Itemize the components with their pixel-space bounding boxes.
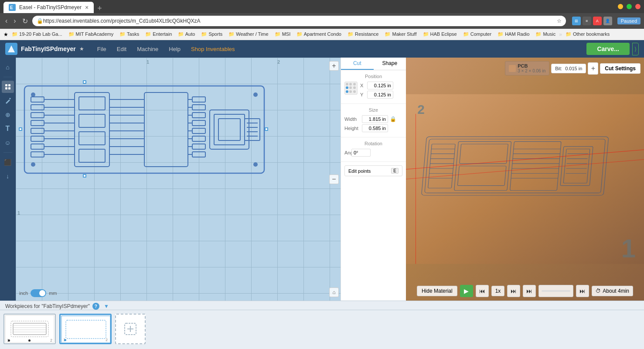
anchor-mm[interactable] — [349, 86, 352, 89]
cut-settings-button[interactable]: Cut Settings — [600, 63, 641, 74]
tab-cut[interactable]: Cut — [341, 58, 374, 70]
y-input[interactable] — [367, 91, 393, 99]
bm-mit[interactable]: 📁 MIT FabAcademy — [66, 31, 116, 38]
bm-ham[interactable]: 📁 HAM Radio — [495, 31, 532, 38]
fast-forward-button[interactable]: ⏭ — [507, 285, 520, 297]
maximize-button[interactable] — [627, 4, 632, 9]
bm-sports[interactable]: 📁 Sports — [198, 31, 225, 38]
anchor-selector[interactable] — [344, 82, 358, 95]
anchor-mr[interactable] — [353, 86, 356, 89]
progress-bar[interactable] — [538, 285, 573, 297]
workpiece-item-1[interactable]: 12 — [3, 314, 56, 344]
anchor-ml[interactable] — [346, 86, 348, 89]
workpiece-item-2[interactable]: 12 — [59, 314, 112, 344]
tool-text[interactable]: T — [2, 123, 14, 135]
bit-add-button[interactable]: + — [588, 62, 598, 75]
tool-pen[interactable] — [2, 95, 14, 107]
toolbar-separator-1 — [3, 77, 12, 77]
bm-maker[interactable]: 📁 Maker Stuff — [382, 31, 419, 38]
address-bar[interactable]: 🔒 https://easel.inventables.com/projects… — [32, 16, 566, 26]
add-workpiece-button[interactable] — [115, 314, 146, 344]
svg-rect-6 — [5, 87, 7, 89]
tool-emoji[interactable]: ☺ — [2, 137, 14, 149]
angle-input[interactable] — [351, 149, 371, 157]
tool-home[interactable]: ⌂ — [2, 61, 14, 73]
favorite-star-icon[interactable]: ★ — [79, 46, 84, 52]
carve-button[interactable]: Carve... — [586, 43, 630, 55]
minimize-button[interactable] — [618, 4, 623, 9]
menu-edit[interactable]: Edit — [112, 44, 131, 54]
bm-auto[interactable]: 📁 Auto — [175, 31, 198, 38]
bm-apartment[interactable]: 📁 Apartment Condo — [294, 31, 344, 38]
units-toggle-switch[interactable] — [31, 289, 46, 297]
zoom-out-btn[interactable]: − — [329, 174, 339, 184]
panel-tab-bar: Cut Shape — [341, 58, 406, 70]
anchor-bm[interactable] — [349, 90, 352, 93]
height-input[interactable] — [362, 124, 388, 132]
bm-resistance[interactable]: 📁 Resistance — [345, 31, 381, 38]
canvas-area[interactable]: 1 2 1 1 2 — [16, 58, 341, 301]
tool-select[interactable] — [2, 81, 14, 93]
selection-handle-top[interactable] — [83, 80, 86, 84]
forward-button[interactable]: › — [12, 16, 17, 26]
new-tab-button[interactable]: + — [94, 4, 106, 13]
tool-3d[interactable]: ⬛ — [2, 156, 14, 168]
hide-material-button[interactable]: Hide Material — [417, 286, 457, 296]
tab-title: Easel - FabTinyISPdmeyer — [19, 4, 82, 10]
edit-points-label: Edit points — [348, 168, 371, 174]
anchor-br[interactable] — [353, 90, 356, 93]
preview-3d-area: PCB 3 × 2 × 0.06 in Bit: 0.015 in + Cut … — [406, 58, 644, 301]
selection-handle-right[interactable] — [265, 127, 268, 131]
bm-music[interactable]: 📁 Music — [533, 31, 558, 38]
position-title: Position — [344, 74, 402, 79]
bm-msi[interactable]: 📁 MSI — [272, 31, 293, 38]
skip-end-button[interactable]: ⏭ — [523, 285, 536, 297]
aspect-lock-icon[interactable]: 🔒 — [390, 116, 396, 122]
back-button[interactable]: ‹ — [3, 16, 9, 26]
bm-entertain[interactable]: 📁 Entertain — [143, 31, 174, 38]
end-button[interactable]: ⏭ — [576, 285, 589, 297]
svg-rect-25 — [75, 92, 109, 167]
menu-file[interactable]: File — [93, 44, 111, 54]
zoom-in-btn[interactable]: + — [329, 61, 339, 71]
svg-rect-46 — [192, 152, 205, 157]
rewind-button[interactable]: ⏮ — [476, 285, 489, 297]
tab-shape[interactable]: Shape — [374, 58, 406, 70]
svg-rect-5 — [8, 84, 10, 86]
anchor-tl[interactable] — [346, 83, 348, 86]
menu-help[interactable]: Help — [164, 44, 185, 54]
x-input[interactable] — [367, 82, 393, 89]
anchor-tr[interactable] — [353, 83, 356, 86]
tool-crosshair[interactable]: ⊕ — [2, 109, 14, 121]
expand-carve-button[interactable]: ⟩ — [632, 43, 639, 55]
pcb-design-container[interactable] — [22, 84, 266, 177]
bm-hab[interactable]: 📁 HAB Eclipse — [420, 31, 460, 38]
home-view-btn[interactable]: ⌂ — [329, 287, 339, 297]
bm-computer[interactable]: 📁 Computer — [460, 31, 494, 38]
anchor-tm[interactable] — [349, 83, 352, 86]
menu-machine[interactable]: Machine — [133, 44, 163, 54]
svg-rect-27 — [79, 114, 105, 127]
tool-import[interactable]: ↓ — [2, 170, 14, 182]
width-input[interactable] — [362, 115, 388, 123]
bm-other[interactable]: 📁 Other bookmarks — [563, 31, 612, 38]
close-button[interactable] — [635, 4, 641, 9]
edit-points-button[interactable]: Edit points E — [344, 165, 402, 176]
help-icon[interactable]: ? — [92, 303, 99, 310]
browser-tab-active[interactable]: E Easel - FabTinyISPdmeyer × — [3, 2, 94, 13]
bm-fab-lab[interactable]: 📁 19-20 Fab Lab Ga... — [9, 31, 65, 38]
anchor-bl[interactable] — [346, 90, 348, 93]
selection-handle-left[interactable] — [19, 127, 22, 131]
svg-point-64 — [253, 92, 258, 97]
selection-handle-bottom[interactable] — [83, 174, 86, 178]
paused-button[interactable]: Paused — [617, 17, 641, 24]
workpiece-thumb-2: 12 — [61, 315, 110, 343]
bm-weather[interactable]: 📁 Weather / Time — [226, 31, 271, 38]
shop-inventables-link[interactable]: Shop Inventables — [187, 44, 239, 54]
bm-tasks[interactable]: 📁 Tasks — [117, 31, 142, 38]
play-button[interactable]: ▶ — [460, 285, 473, 297]
svg-rect-13 — [31, 128, 44, 133]
tab-close-icon[interactable]: × — [85, 4, 89, 11]
refresh-button[interactable]: ↻ — [20, 16, 30, 26]
workpieces-expand-icon[interactable]: ▼ — [104, 303, 109, 309]
